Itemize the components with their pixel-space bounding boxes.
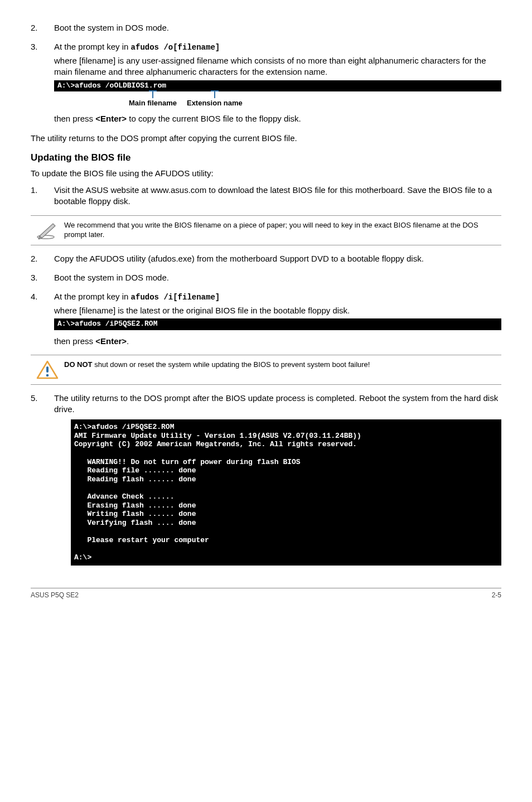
svg-rect-1 xyxy=(46,366,49,373)
heading-updating-bios: Updating the BIOS file xyxy=(31,152,501,165)
u4-lead: At the prompt key in xyxy=(54,292,131,301)
warn-rest: shut down or reset the system while upda… xyxy=(93,360,370,369)
enter-key: <Enter> xyxy=(95,336,127,346)
u4-then: then press <Enter>. xyxy=(54,336,501,347)
u4-cmd: afudos /i[filename] xyxy=(131,293,220,302)
step-number: 1. xyxy=(31,185,54,207)
step-text: Copy the AFUDOS utility (afudos.exe) fro… xyxy=(54,253,501,264)
svg-point-2 xyxy=(46,374,49,376)
step-text: Visit the ASUS website at www.asus.com t… xyxy=(54,185,501,207)
step-number: 4. xyxy=(31,291,54,347)
step-2: 2. Boot the system in DOS mode. xyxy=(31,22,501,33)
page-footer: ASUS P5Q SE2 2-5 xyxy=(31,588,501,600)
step-body: The utility returns to the DOS prompt af… xyxy=(54,393,501,566)
step-body: At the prompt key in afudos /i[filename]… xyxy=(54,291,501,347)
ustep-3: 3. Boot the system in DOS mode. xyxy=(31,272,501,283)
terminal-box-2: A:\>afudos /iP5QSE2.ROM xyxy=(54,318,501,330)
ustep-5: 5. The utility returns to the DOS prompt… xyxy=(31,393,501,566)
intro-update: To update the BIOS file using the AFUDOS… xyxy=(31,168,501,179)
enter-key: <Enter> xyxy=(95,114,127,123)
extension-name-label: Extension name xyxy=(187,90,243,108)
then-b: to copy the current BIOS file to the flo… xyxy=(127,114,301,123)
filename-indicators: Main filename Extension name xyxy=(129,90,501,108)
step3-then: then press <Enter> to copy the current B… xyxy=(54,113,501,124)
step-number: 2. xyxy=(31,253,54,264)
note-pencil-text: We recommend that you write the BIOS fil… xyxy=(64,220,501,240)
note-warning: DO NOT shut down or reset the system whi… xyxy=(31,355,501,385)
step-text: Boot the system in DOS mode. xyxy=(54,22,501,33)
main-filename-label: Main filename xyxy=(129,90,177,108)
utility-returns: The utility returns to the DOS prompt af… xyxy=(31,133,501,144)
step3-cmd: afudos /o[filename] xyxy=(131,43,220,52)
pencil-icon xyxy=(31,220,64,240)
note-pencil: We recommend that you write the BIOS fil… xyxy=(31,215,501,245)
footer-right: 2-5 xyxy=(492,591,501,600)
step-3: 3. At the prompt key in afudos /o[filena… xyxy=(31,41,501,124)
u4-desc: where [filename] is the latest or the or… xyxy=(54,305,501,316)
then-b: . xyxy=(127,336,129,346)
step-number: 2. xyxy=(31,22,54,33)
ustep-1: 1. Visit the ASUS website at www.asus.co… xyxy=(31,185,501,207)
footer-left: ASUS P5Q SE2 xyxy=(31,591,79,600)
note-warning-text: DO NOT shut down or reset the system whi… xyxy=(64,360,501,370)
update-steps-2: 2. Copy the AFUDOS utility (afudos.exe) … xyxy=(31,253,501,347)
do-not: DO NOT xyxy=(64,360,93,369)
step-number: 3. xyxy=(31,41,54,124)
indicator-line xyxy=(152,90,153,98)
step-number: 3. xyxy=(31,272,54,283)
update-steps: 1. Visit the ASUS website at www.asus.co… xyxy=(31,185,501,207)
step3-lead: At the prompt key in xyxy=(54,42,131,51)
step-body: At the prompt key in afudos /o[filename]… xyxy=(54,41,501,124)
label-text: Main filename xyxy=(129,98,177,108)
indicator-line xyxy=(214,90,215,98)
step-number: 5. xyxy=(31,393,54,566)
then-a: then press xyxy=(54,336,95,346)
ustep-2: 2. Copy the AFUDOS utility (afudos.exe) … xyxy=(31,253,501,264)
warning-icon xyxy=(31,360,64,380)
terminal-box-1: A:\>afudos /oOLDBIOS1.rom xyxy=(54,80,501,91)
top-steps: 2. Boot the system in DOS mode. 3. At th… xyxy=(31,22,501,125)
label-text: Extension name xyxy=(187,98,243,108)
u5-text: The utility returns to the DOS prompt af… xyxy=(54,393,501,416)
terminal-box-3: A:\>afudos /iP5QSE2.ROM AMI Firmware Upd… xyxy=(71,419,501,566)
update-steps-3: 5. The utility returns to the DOS prompt… xyxy=(31,393,501,566)
step3-desc: where [filename] is any user-assigned fi… xyxy=(54,55,501,78)
then-a: then press xyxy=(54,114,95,123)
ustep-4: 4. At the prompt key in afudos /i[filena… xyxy=(31,291,501,347)
step-text: Boot the system in DOS mode. xyxy=(54,272,501,283)
